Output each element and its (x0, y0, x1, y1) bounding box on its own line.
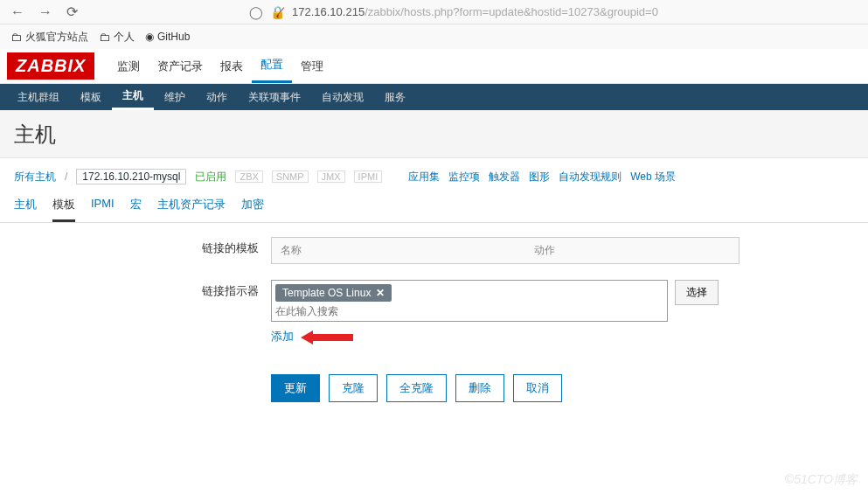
back-icon[interactable]: ← (10, 4, 24, 20)
url-text: 172.16.10.215/zabbix/hosts.php?form=upda… (292, 5, 658, 18)
nav-administration[interactable]: 管理 (292, 49, 332, 83)
linked-templates-table: 名称 动作 (271, 237, 740, 264)
red-arrow-icon (301, 331, 353, 344)
forward-icon[interactable]: → (38, 4, 52, 20)
shield-icon: ◯ (249, 5, 263, 19)
subnav-actions[interactable]: 动作 (196, 84, 238, 110)
col-action: 动作 (525, 238, 564, 263)
bookmark-firefox[interactable]: 🗀火狐官方站点 (10, 30, 88, 45)
tab-templates[interactable]: 模板 (52, 197, 75, 222)
delete-button[interactable]: 删除 (455, 374, 504, 402)
nav-inventory[interactable]: 资产记录 (149, 49, 212, 83)
subnav-correlation[interactable]: 关联项事件 (238, 84, 311, 110)
template-chip: Template OS Linux ✕ (275, 284, 392, 302)
nav-monitoring[interactable]: 监测 (108, 49, 149, 83)
link-web-scenarios[interactable]: Web 场景 (630, 170, 676, 184)
crumb-hostname: 172.16.10.210-mysql (76, 169, 186, 184)
link-triggers[interactable]: 触发器 (489, 170, 520, 184)
crumb-all-hosts[interactable]: 所有主机 (14, 170, 56, 184)
folder-icon: 🗀 (99, 31, 110, 44)
nav-configuration[interactable]: 配置 (252, 49, 292, 83)
tab-inventory[interactable]: 主机资产记录 (157, 197, 226, 222)
nav-reports[interactable]: 报表 (212, 49, 252, 83)
bookmark-personal[interactable]: 🗀个人 (99, 30, 135, 45)
subnav-services[interactable]: 服务 (374, 84, 416, 110)
label-linked-templates: 链接的模板 (35, 237, 271, 264)
lock-broken-icon: 🔒̸ (270, 5, 285, 19)
tag-zbx: ZBX (235, 170, 262, 183)
tab-host[interactable]: 主机 (14, 197, 37, 222)
cancel-button[interactable]: 取消 (513, 374, 562, 402)
full-clone-button[interactable]: 全克隆 (386, 374, 447, 402)
reload-icon[interactable]: ⟳ (66, 3, 78, 20)
tab-encryption[interactable]: 加密 (241, 197, 264, 222)
clone-button[interactable]: 克隆 (329, 374, 378, 402)
subnav-hostgroups[interactable]: 主机群组 (7, 84, 70, 110)
zabbix-logo[interactable]: ZABBIX (7, 52, 94, 80)
select-button[interactable]: 选择 (675, 280, 719, 305)
bookmark-github[interactable]: ◉GitHub (145, 31, 190, 43)
add-link[interactable]: 添加 (271, 329, 294, 344)
link-discovery-rules[interactable]: 自动发现规则 (559, 170, 621, 184)
chip-remove-icon[interactable]: ✕ (376, 287, 385, 299)
github-icon: ◉ (145, 31, 154, 43)
template-multiselect[interactable]: Template OS Linux ✕ (271, 280, 668, 322)
subnav-hosts[interactable]: 主机 (112, 84, 154, 110)
svg-marker-0 (301, 331, 353, 344)
tab-macros[interactable]: 宏 (130, 197, 142, 222)
template-search-input[interactable] (275, 305, 663, 317)
link-graphs[interactable]: 图形 (529, 170, 550, 184)
link-applications[interactable]: 应用集 (408, 170, 440, 184)
tag-snmp: SNMP (272, 170, 309, 183)
label-link-indicator: 链接指示器 (35, 280, 271, 344)
update-button[interactable]: 更新 (271, 374, 320, 402)
col-name: 名称 (272, 238, 525, 263)
page-title: 主机 (0, 110, 868, 157)
tag-jmx: JMX (317, 170, 345, 183)
folder-icon: 🗀 (10, 31, 22, 44)
tab-ipmi[interactable]: IPMI (91, 197, 115, 222)
crumb-separator: / (65, 170, 67, 183)
subnav-discovery[interactable]: 自动发现 (311, 84, 374, 110)
tag-ipmi: IPMI (354, 170, 383, 183)
subnav-templates[interactable]: 模板 (70, 84, 112, 110)
link-items[interactable]: 监控项 (448, 170, 480, 184)
status-enabled: 已启用 (195, 170, 226, 184)
subnav-maintenance[interactable]: 维护 (154, 84, 196, 110)
